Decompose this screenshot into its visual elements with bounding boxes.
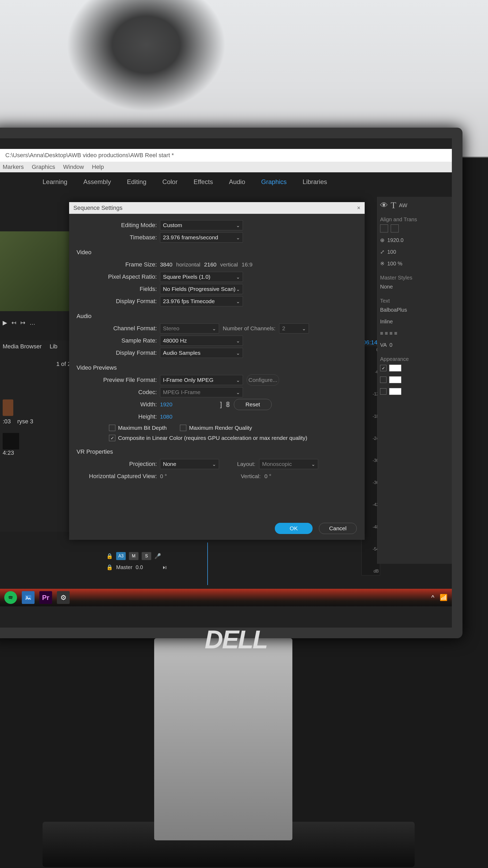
ok-button[interactable]: OK xyxy=(275,523,313,534)
align-center-icon[interactable]: ≡ xyxy=(385,330,388,336)
eg-opacity-value[interactable]: 100 % xyxy=(387,260,402,267)
clip-thumb-2-time: 4:23 xyxy=(3,450,14,456)
par-dropdown[interactable]: Square Pixels (1.0) xyxy=(160,272,243,282)
stroke-checkbox[interactable] xyxy=(380,377,387,383)
align-justify-icon[interactable]: ≡ xyxy=(394,330,397,336)
projection-dropdown[interactable]: None xyxy=(160,459,219,469)
menu-help[interactable]: Help xyxy=(92,162,104,172)
preview-width-input[interactable]: 1920 xyxy=(160,401,172,408)
par-label: Pixel Aspect Ratio: xyxy=(77,273,160,280)
tab-libraries[interactable]: Libraries xyxy=(303,178,327,186)
editing-mode-dropdown[interactable]: Custom xyxy=(160,220,243,230)
audio-display-format-dropdown[interactable]: Audio Samples xyxy=(160,348,243,358)
track-solo[interactable]: S xyxy=(142,552,151,560)
horizontal-label: horizontal xyxy=(176,261,200,268)
track-master-label: Master xyxy=(116,564,132,570)
clip-thumb-1[interactable] xyxy=(3,399,13,416)
display-format-dropdown[interactable]: 23.976 fps Timecode xyxy=(160,296,243,306)
settings-icon[interactable]: ⚙ xyxy=(57,591,70,604)
sample-rate-dropdown[interactable]: 48000 Hz xyxy=(160,336,243,346)
close-icon[interactable]: × xyxy=(357,202,360,214)
shadow-swatch[interactable] xyxy=(389,388,401,395)
premiere-icon[interactable]: Pr xyxy=(39,591,52,604)
track-master-value[interactable]: 0.0 xyxy=(135,564,143,570)
project-tab-media-browser[interactable]: Media Browser xyxy=(3,343,42,350)
wifi-icon[interactable]: 📶 xyxy=(440,594,448,601)
anchor-icon[interactable]: ⊕ xyxy=(380,237,385,243)
lock-icon[interactable]: 🔒 xyxy=(106,564,113,570)
align-right-icon[interactable]: ≡ xyxy=(389,330,393,336)
preview-height-input[interactable]: 1080 xyxy=(160,413,172,420)
shadow-checkbox[interactable] xyxy=(380,388,387,395)
link-icon[interactable]: ] xyxy=(220,401,222,409)
system-tray: ^ 📶 xyxy=(431,594,448,601)
stroke-swatch[interactable] xyxy=(389,376,401,383)
menu-window[interactable]: Window xyxy=(63,162,84,172)
step-back-icon[interactable]: ↤ xyxy=(11,319,16,326)
tab-color[interactable]: Color xyxy=(162,178,177,186)
frame-height-input[interactable]: 2160 xyxy=(204,261,217,268)
eg-type-text[interactable]: AW xyxy=(399,203,407,209)
align-icon[interactable] xyxy=(391,224,399,232)
window-title: C:\Users\Anna\Desktop\AWB video producti… xyxy=(5,152,174,158)
preview-format-dropdown[interactable]: I-Frame Only MPEG xyxy=(160,375,243,385)
menu-graphics[interactable]: Graphics xyxy=(32,162,55,172)
project-panel: Media Browser Lib 1 of 21 i :03 ryse 3 4… xyxy=(0,340,80,532)
frame-width-input[interactable]: 3840 xyxy=(160,261,172,268)
cancel-button[interactable]: Cancel xyxy=(319,523,357,534)
photos-icon[interactable] xyxy=(22,591,35,604)
chevron-down-icon xyxy=(311,461,315,467)
align-left-icon[interactable]: ≡ xyxy=(380,330,383,336)
play-icon[interactable]: ▶ xyxy=(3,319,7,326)
hcv-label: Horizontal Captured View: xyxy=(77,473,160,480)
max-render-quality-label: Maximum Render Quality xyxy=(189,425,252,431)
chain-icon[interactable]: 𝟠 xyxy=(226,401,230,409)
tab-graphics[interactable]: Graphics xyxy=(261,178,287,186)
fill-swatch[interactable] xyxy=(389,365,401,372)
dialog-title: Sequence Settings xyxy=(73,202,123,214)
reset-button[interactable]: Reset xyxy=(234,399,272,410)
tab-learning[interactable]: Learning xyxy=(42,178,67,186)
meter-tick: -36 xyxy=(363,480,379,485)
track-mute[interactable]: M xyxy=(129,552,138,560)
source-monitor-preview[interactable] xyxy=(0,231,69,311)
eg-va-value[interactable]: 0 xyxy=(389,342,392,348)
timeline-ruler[interactable] xyxy=(207,542,378,585)
fill-checkbox[interactable]: ✓ xyxy=(380,365,387,371)
dell-logo: DELL xyxy=(205,625,267,654)
spotify-icon[interactable] xyxy=(4,591,17,604)
more-icon[interactable]: … xyxy=(30,319,35,326)
step-fwd-icon[interactable]: ↦ xyxy=(21,319,25,326)
eg-font-style[interactable]: Inline xyxy=(380,318,393,325)
editing-mode-value: Custom xyxy=(163,222,182,228)
track-a3-toggle[interactable]: A3 xyxy=(116,552,126,560)
projection-value: None xyxy=(163,461,176,467)
project-tab-libraries[interactable]: Lib xyxy=(50,343,57,350)
composite-linear-checkbox[interactable]: ✓ xyxy=(109,435,116,441)
clip-thumb-2[interactable] xyxy=(3,433,19,450)
eg-scale-value[interactable]: 100 xyxy=(387,249,396,255)
dialog-title-bar[interactable]: Sequence Settings × xyxy=(69,202,365,214)
fields-value: No Fields (Progressive Scan) xyxy=(163,286,235,292)
tab-effects[interactable]: Effects xyxy=(194,178,213,186)
tab-editing[interactable]: Editing xyxy=(127,178,146,186)
eg-font-name[interactable]: BalboaPlus xyxy=(380,307,407,313)
mic-icon[interactable]: 🎤 xyxy=(155,553,161,559)
eg-master-style-value[interactable]: None xyxy=(380,284,393,290)
max-render-quality-checkbox[interactable] xyxy=(180,425,186,431)
menu-markers[interactable]: Markers xyxy=(3,162,24,172)
lock-icon[interactable]: 🔒 xyxy=(106,553,113,559)
max-bit-depth-checkbox[interactable] xyxy=(109,425,116,431)
monitor-stand xyxy=(154,638,292,840)
tray-overflow-icon[interactable]: ^ xyxy=(431,594,434,601)
tab-assembly[interactable]: Assembly xyxy=(83,178,111,186)
scale-icon[interactable]: ⤢ xyxy=(380,249,385,255)
fields-dropdown[interactable]: No Fields (Progressive Scan) xyxy=(160,284,243,294)
align-icon[interactable] xyxy=(380,224,388,232)
meter-tick: -42 xyxy=(363,502,379,507)
timebase-dropdown[interactable]: 23.976 frames/second xyxy=(160,232,243,243)
expand-icon[interactable]: ⏯ xyxy=(162,564,167,570)
eg-width-value[interactable]: 1920.0 xyxy=(387,237,403,243)
opacity-icon[interactable]: ※ xyxy=(380,260,385,267)
tab-audio[interactable]: Audio xyxy=(229,178,245,186)
